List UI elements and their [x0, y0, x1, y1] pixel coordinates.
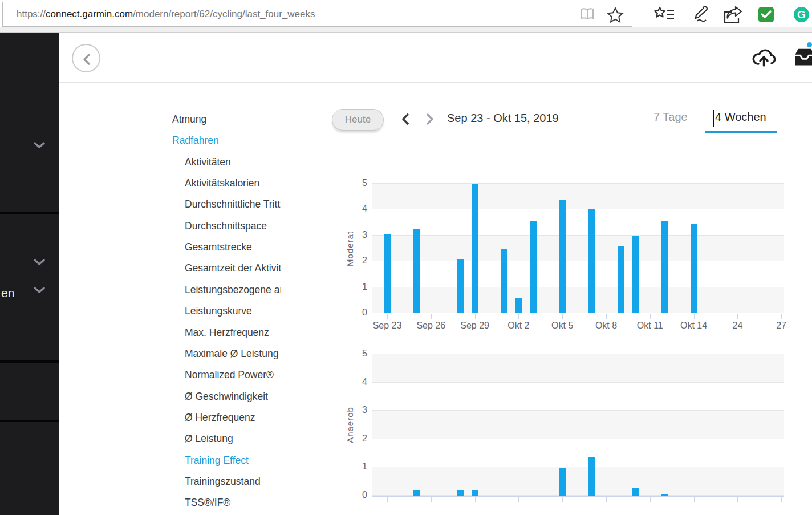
bar[interactable]	[413, 229, 420, 313]
bar[interactable]	[691, 224, 697, 313]
gridline	[372, 354, 784, 354]
url-path: /modern/report/62/cycling/last_four_week…	[133, 9, 315, 19]
x-axis-tick	[650, 314, 651, 319]
x-axis-tick	[781, 314, 782, 319]
x-axis-line	[372, 314, 784, 314]
tab-4-wochen[interactable]: 4 Wochen	[715, 111, 766, 124]
menu-item-tss-if[interactable]: TSS®/IF®	[185, 497, 230, 509]
sidebar-divider	[0, 420, 59, 422]
share-icon[interactable]	[722, 5, 742, 23]
annotate-pen-icon[interactable]	[689, 5, 709, 23]
today-button[interactable]: Heute	[332, 109, 384, 131]
gridline	[372, 209, 784, 209]
x-tick-label: Sep 26	[408, 321, 454, 331]
menu-item-trainingszustand[interactable]: Trainingszustand	[185, 475, 261, 487]
grammarly-icon[interactable]: G	[794, 7, 809, 22]
menu-item-atmung[interactable]: Atmung	[172, 113, 206, 125]
favorite-star-icon[interactable]	[606, 6, 626, 23]
x-axis-tick	[737, 314, 738, 319]
y-axis-title: Anaerob	[344, 385, 356, 465]
url-scheme: https://	[17, 9, 46, 19]
gridline	[372, 183, 784, 184]
bar[interactable]	[588, 209, 595, 313]
bar[interactable]	[632, 236, 639, 313]
plot-band	[372, 184, 784, 209]
bar[interactable]	[559, 200, 566, 313]
date-range-label: Sep 23 - Okt 15, 2019	[447, 112, 559, 125]
bar[interactable]	[661, 494, 668, 496]
menu-item-maximale-leistung[interactable]: Maximale Ø Leistung (...	[185, 347, 281, 359]
x-axis-tick	[431, 314, 432, 319]
tab-7-tage[interactable]: 7 Tage	[653, 111, 688, 124]
menu-item-training-effect[interactable]: Training Effect	[185, 454, 249, 466]
menu-item-geschwindigkeit[interactable]: Ø Geschwindigkeit	[185, 390, 268, 402]
active-tab-underline	[705, 131, 777, 133]
inbox-tray-icon[interactable]	[793, 45, 812, 68]
x-axis-tick	[518, 314, 519, 319]
page-url: https://connect.garmin.com/modern/report…	[17, 2, 315, 26]
chevron-down-icon[interactable]	[34, 141, 45, 148]
menu-item-aktivit-tskalorien[interactable]: Aktivitätskalorien	[185, 177, 259, 189]
menu-item-leistung[interactable]: Ø Leistung	[185, 433, 233, 445]
next-arrow-icon[interactable]	[425, 112, 436, 126]
favorites-list-icon[interactable]	[653, 5, 674, 23]
x-tick-label: Sep 23	[364, 321, 410, 331]
cloud-upload-icon[interactable]	[750, 47, 777, 68]
bar[interactable]	[472, 490, 478, 496]
bar[interactable]	[384, 234, 391, 313]
menu-item-leistungskurve[interactable]: Leistungskurve	[185, 305, 252, 317]
address-bar[interactable]: https://connect.garmin.com/modern/report…	[2, 2, 632, 27]
x-axis-tick	[387, 496, 388, 502]
text-cursor	[713, 110, 714, 127]
bar[interactable]	[588, 457, 595, 496]
x-axis-tick	[475, 314, 476, 319]
previous-arrow-icon[interactable]	[401, 112, 412, 126]
bar[interactable]	[632, 488, 639, 496]
plot-band	[372, 287, 784, 313]
y-tick-label: 0	[346, 490, 367, 500]
gridline	[372, 467, 784, 467]
menu-item-leistungsbezogene-an[interactable]: Leistungsbezogene an...	[185, 283, 281, 295]
menu-item-aktivit-ten[interactable]: Aktivitäten	[185, 156, 231, 168]
menu-item-durchschnittspace[interactable]: Durchschnittspace	[185, 220, 267, 232]
gridline	[372, 495, 784, 496]
bar[interactable]	[457, 490, 464, 496]
back-button[interactable]	[72, 44, 100, 72]
gridline	[372, 439, 784, 439]
extension-check-icon[interactable]	[758, 7, 774, 22]
x-tick-label: Okt 11	[627, 321, 673, 331]
bar[interactable]	[618, 246, 624, 313]
bar[interactable]	[472, 184, 478, 313]
y-tick-label: 5	[346, 348, 367, 359]
gridline	[372, 313, 784, 313]
x-axis-tick	[431, 496, 432, 502]
y-tick-label: 5	[346, 178, 367, 188]
menu-item-normalized-power[interactable]: Normalized Power®	[185, 369, 274, 381]
x-tick-label: 27	[758, 321, 804, 331]
menu-item-herzfrequenz[interactable]: Ø Herzfrequenz	[185, 411, 255, 423]
plot-band	[372, 411, 784, 439]
sidebar-item-label-partial[interactable]: en	[1, 286, 14, 300]
menu-item-max-herzfrequenz[interactable]: Max. Herzfrequenz	[185, 326, 269, 338]
chevron-down-icon[interactable]	[34, 258, 45, 265]
bar[interactable]	[457, 259, 464, 313]
menu-item-durchschnittliche-trittf[interactable]: Durchschnittliche Trittf...	[185, 198, 281, 210]
x-axis-tick	[737, 496, 738, 502]
bar[interactable]	[530, 221, 537, 313]
notification-dot	[807, 42, 812, 47]
reading-view-icon[interactable]	[578, 6, 597, 23]
bar[interactable]	[559, 468, 566, 496]
page-header	[59, 33, 812, 83]
menu-item-radfahren[interactable]: Radfahren	[172, 135, 219, 147]
menu-item-gesamtstrecke[interactable]: Gesamtstrecke	[185, 241, 252, 253]
bar[interactable]	[515, 298, 522, 313]
menu-item-gesamtzeit-der-aktivit-t[interactable]: Gesamtzeit der Aktivität	[185, 262, 281, 274]
url-host: connect.garmin.com	[46, 9, 133, 19]
bar[interactable]	[501, 249, 507, 313]
gridline	[372, 410, 784, 411]
bar[interactable]	[661, 221, 668, 313]
y-tick-label: 0	[346, 307, 367, 318]
bar[interactable]	[413, 490, 420, 496]
chevron-down-icon[interactable]	[34, 286, 45, 293]
x-tick-label: Sep 29	[452, 321, 498, 331]
